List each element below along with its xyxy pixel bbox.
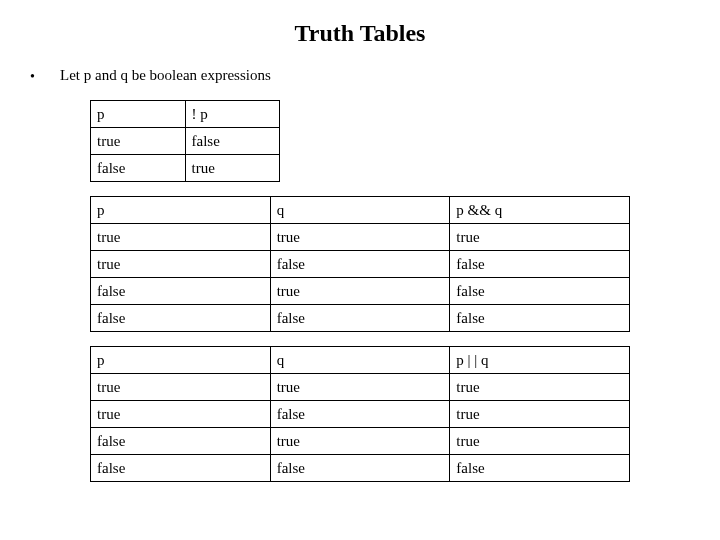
table-row: true true true (91, 374, 630, 401)
bullet-icon: • (30, 67, 60, 86)
table-or: p q p | | q true true true true false tr… (90, 346, 630, 482)
table-row: false true false (91, 278, 630, 305)
cell-header: q (270, 197, 450, 224)
cell: true (450, 374, 630, 401)
table-not: p ! p true false false true (90, 100, 280, 182)
cell: true (450, 401, 630, 428)
table-and: p q p && q true true true true false fal… (90, 196, 630, 332)
cell: false (270, 455, 450, 482)
table-row: p q p | | q (91, 347, 630, 374)
table-row: false false false (91, 305, 630, 332)
cell-header: p && q (450, 197, 630, 224)
table-row: true false true (91, 401, 630, 428)
cell: false (270, 305, 450, 332)
cell: false (91, 455, 271, 482)
cell: false (450, 278, 630, 305)
cell-header: p (91, 197, 271, 224)
table-row: p q p && q (91, 197, 630, 224)
table-row: true true true (91, 224, 630, 251)
cell: false (450, 455, 630, 482)
cell: true (91, 128, 186, 155)
table-row: false false false (91, 455, 630, 482)
table-row: p ! p (91, 101, 280, 128)
cell-header: p (91, 347, 271, 374)
table-row: false true true (91, 428, 630, 455)
table-row: false true (91, 155, 280, 182)
bullet-text: Let p and q be boolean expressions (60, 67, 271, 84)
cell: true (270, 428, 450, 455)
cell: true (450, 428, 630, 455)
cell: false (450, 305, 630, 332)
cell: false (270, 251, 450, 278)
cell: true (91, 251, 271, 278)
cell: true (185, 155, 280, 182)
cell: true (91, 374, 271, 401)
bullet-item: • Let p and q be boolean expressions (30, 67, 690, 86)
cell: true (450, 224, 630, 251)
cell: true (91, 401, 271, 428)
cell: false (270, 401, 450, 428)
cell: true (270, 224, 450, 251)
table-row: true false false (91, 251, 630, 278)
cell: false (91, 278, 271, 305)
cell-header: q (270, 347, 450, 374)
cell-header: ! p (185, 101, 280, 128)
cell: true (270, 374, 450, 401)
cell: false (91, 155, 186, 182)
cell-header: p | | q (450, 347, 630, 374)
cell: true (270, 278, 450, 305)
cell: false (450, 251, 630, 278)
cell-header: p (91, 101, 186, 128)
cell: false (91, 305, 271, 332)
page-title: Truth Tables (30, 20, 690, 47)
cell: true (91, 224, 271, 251)
cell: false (185, 128, 280, 155)
cell: false (91, 428, 271, 455)
table-row: true false (91, 128, 280, 155)
